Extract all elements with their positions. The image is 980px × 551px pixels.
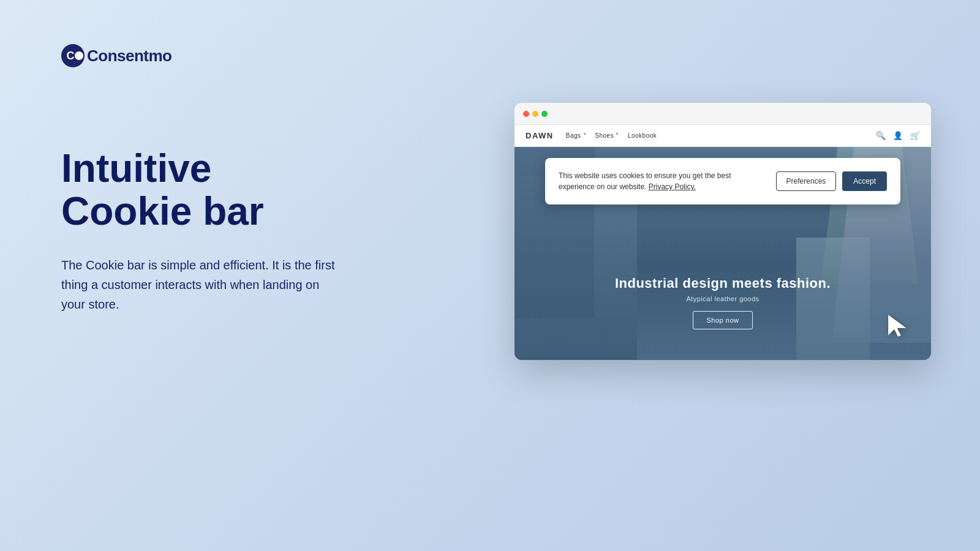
cookie-buttons: Preferences Accept bbox=[776, 171, 887, 191]
left-content: Intuitive Cookie bar The Cookie bar is s… bbox=[61, 147, 343, 314]
preferences-button[interactable]: Preferences bbox=[776, 171, 837, 191]
main-headline: Intuitive Cookie bar bbox=[61, 147, 343, 233]
hero-text-area: Industrial design meets fashion. Atypica… bbox=[514, 276, 931, 329]
account-icon: 👤 bbox=[893, 131, 903, 140]
browser-content: DAWN Bags ˅ Shoes ˅ Lookbook 🔍 👤 🛒 This … bbox=[514, 125, 931, 360]
shop-now-button[interactable]: Shop now bbox=[693, 311, 753, 329]
browser-control-dots bbox=[523, 111, 548, 117]
dawn-nav-bags: Bags ˅ bbox=[566, 132, 587, 139]
accept-button[interactable]: Accept bbox=[842, 171, 887, 191]
dawn-nav-icons: 🔍 👤 🛒 bbox=[876, 131, 920, 140]
close-dot bbox=[523, 111, 529, 117]
svg-marker-0 bbox=[888, 315, 907, 337]
logo-icon: C bbox=[61, 44, 85, 67]
logo-text: Consentmo bbox=[87, 47, 172, 66]
dawn-navbar: DAWN Bags ˅ Shoes ˅ Lookbook 🔍 👤 🛒 bbox=[514, 125, 931, 147]
dawn-store-logo: DAWN bbox=[526, 131, 554, 140]
minimize-dot bbox=[532, 111, 538, 117]
logo-area: C Consentmo bbox=[61, 44, 172, 67]
dawn-nav-lookbook: Lookbook bbox=[628, 132, 657, 139]
hero-headline: Industrial design meets fashion. bbox=[514, 276, 931, 291]
maximize-dot bbox=[541, 111, 548, 117]
privacy-policy-link[interactable]: Privacy Policy. bbox=[649, 182, 696, 191]
main-description: The Cookie bar is simple and efficient. … bbox=[61, 255, 343, 314]
search-icon: 🔍 bbox=[876, 131, 886, 140]
cart-icon: 🛒 bbox=[910, 131, 920, 140]
cookie-message: This website uses cookies to ensure you … bbox=[559, 170, 766, 192]
dawn-nav-links: Bags ˅ Shoes ˅ Lookbook bbox=[566, 132, 657, 139]
browser-mockup: DAWN Bags ˅ Shoes ˅ Lookbook 🔍 👤 🛒 This … bbox=[514, 103, 931, 360]
hero-subtext: Atypical leather goods bbox=[514, 295, 931, 302]
dawn-nav-shoes: Shoes ˅ bbox=[595, 132, 619, 139]
cookie-banner: This website uses cookies to ensure you … bbox=[545, 158, 900, 204]
browser-chrome bbox=[514, 103, 931, 125]
cursor-arrow bbox=[886, 312, 913, 342]
